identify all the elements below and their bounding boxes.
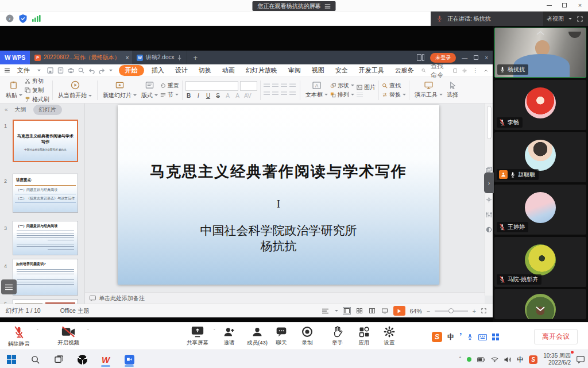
viewing-banner[interactable]: 您正在观看杨抗抗的屏幕 (253, 1, 336, 11)
bullets-button[interactable] (264, 83, 270, 87)
preview-icon[interactable] (78, 67, 84, 74)
note-icon[interactable] (453, 67, 457, 74)
play-slideshow-button[interactable] (393, 306, 405, 316)
sliders-tool-icon[interactable] (486, 212, 492, 218)
notification-center-icon[interactable] (577, 356, 585, 363)
split-view-icon[interactable] (417, 54, 424, 61)
participant-tile-speaker[interactable]: 杨抗抗 (494, 28, 586, 78)
participant-tile[interactable]: 赵聪聪 (494, 132, 586, 182)
menu-cloud[interactable]: 云服务 (392, 66, 417, 75)
font-size-combo[interactable] (240, 81, 257, 91)
pin-icon[interactable] (177, 55, 182, 60)
chevron-up-icon[interactable] (536, 30, 545, 35)
shape-button[interactable]: 形状 (330, 82, 354, 90)
ime-mic-icon[interactable] (467, 333, 473, 341)
sogou-icon[interactable]: S (432, 332, 442, 342)
taskbar-meeting-app[interactable] (123, 352, 135, 367)
new-slide-button[interactable]: 新建幻灯片 (100, 81, 139, 99)
italic-button[interactable]: I (195, 93, 202, 99)
align-left-button[interactable] (264, 91, 270, 95)
maximize-button[interactable] (561, 2, 568, 9)
share-screen-button[interactable]: 共享屏幕 (187, 326, 208, 347)
ime-grid-icon[interactable] (492, 334, 499, 340)
tray-ime-lang[interactable]: 中 (517, 355, 523, 364)
tab-close-icon[interactable]: × (126, 55, 129, 61)
print-icon[interactable] (68, 67, 74, 74)
tab-slides[interactable]: 幻灯片 (33, 105, 62, 115)
wps-maximize-button[interactable] (474, 55, 478, 60)
bold-button[interactable]: B (185, 93, 192, 99)
find-command-label[interactable]: 查找命令 (431, 62, 448, 79)
hamburger-icon[interactable] (5, 68, 10, 73)
menu-review[interactable]: 审阅 (285, 66, 304, 75)
normal-view-button[interactable] (343, 307, 351, 315)
menu-animation[interactable]: 动画 (219, 66, 238, 75)
undo-icon[interactable] (88, 67, 95, 74)
wps-tab-document[interactable]: W 讲稿2.docx (132, 51, 187, 64)
zoom-slider-knob[interactable] (448, 308, 454, 313)
underline-button[interactable]: U (205, 93, 211, 99)
section-button[interactable]: 节 (160, 91, 179, 99)
floating-tool-button[interactable] (1, 279, 17, 294)
wps-minimize-button[interactable]: — (462, 55, 467, 61)
slide-canvas[interactable]: 马克思主义经典著作阅读与学术写作 I 中国社会科学院政治学研究所 杨抗抗 (118, 105, 439, 285)
taskbar-clock[interactable]: 10:35 周四 2022/6/2 (543, 352, 571, 366)
picture-button[interactable]: 图片 (357, 83, 376, 91)
minimize-button[interactable] (546, 2, 552, 9)
security-shield-icon[interactable] (19, 14, 27, 23)
wifi-icon[interactable] (491, 356, 498, 362)
save-icon[interactable] (47, 67, 53, 74)
tray-expand-chevron[interactable]: ˆ (459, 356, 461, 363)
sorter-view-button[interactable] (355, 307, 363, 315)
paste-button[interactable]: 粘贴 (3, 81, 25, 99)
layout-button[interactable]: 版式 (139, 81, 160, 99)
fit-screen-icon[interactable] (481, 308, 487, 314)
tab-outline[interactable]: 大纲 (15, 106, 26, 114)
participant-tile-partial[interactable] (494, 289, 586, 319)
zoom-plus-button[interactable]: + (473, 308, 476, 315)
indent-decrease-button[interactable] (281, 83, 287, 87)
battery-icon[interactable] (477, 357, 485, 362)
close-button[interactable]: × (577, 2, 583, 9)
zoom-minus-button[interactable]: − (427, 308, 430, 315)
zoom-slider[interactable] (435, 310, 468, 312)
search-icon[interactable] (421, 67, 425, 74)
present-tools-button[interactable]: 演示工具 (412, 82, 445, 99)
slide-title[interactable]: 马克思主义经典著作阅读与学术写作 (118, 162, 439, 182)
menu-design[interactable]: 设计 (172, 66, 191, 75)
thumbnail-slide-1[interactable]: 马克思主义经典著作阅读与学术写作 中国社会科学院政治学研究所 杨抗抗 (13, 120, 78, 162)
notes-toggle-icon[interactable] (322, 308, 330, 314)
wps-tab-presentation[interactable]: P 20220602...写作（最终版本） × (30, 51, 132, 64)
members-button[interactable]: 成员(43) (247, 326, 268, 347)
ime-punct-icon[interactable]: ’ (459, 332, 462, 342)
tray-sogou-icon[interactable]: S (529, 355, 537, 364)
raise-hand-button[interactable]: 举手 (332, 326, 343, 347)
participant-tile[interactable]: 李畅 (494, 80, 586, 130)
record-button[interactable]: 录制 (301, 326, 313, 347)
reset-button[interactable]: 重置 (160, 82, 179, 90)
font-name-combo[interactable] (185, 81, 238, 91)
settings-button[interactable]: 设置 (384, 326, 395, 347)
taskbar-wps-app[interactable]: W (100, 352, 111, 367)
panel-collapse-icon[interactable]: « (5, 106, 8, 113)
menu-slideshow[interactable]: 幻灯片放映 (242, 66, 281, 75)
play-from-current-button[interactable]: 从当前开始 (56, 80, 94, 99)
align-right-button[interactable] (281, 91, 287, 95)
format-painter-button[interactable]: 格式刷 (25, 95, 49, 103)
volume-icon[interactable] (504, 356, 511, 363)
font-color-button[interactable]: A (225, 93, 231, 99)
quickbar-caret-icon[interactable] (109, 70, 113, 71)
thumbnail-slide-2[interactable]: 讲座要点: （一）问题意识与经典阅读 （二）《德意志意识形态》与论文写作 (13, 174, 78, 213)
strike-button[interactable]: S (215, 93, 221, 99)
cut-button[interactable]: 剪切 (25, 77, 49, 85)
ime-keyboard-icon[interactable] (478, 334, 487, 340)
menu-security[interactable]: 安全 (332, 66, 351, 75)
menu-view[interactable]: 视图 (308, 66, 328, 75)
redo-icon[interactable] (99, 67, 105, 74)
zoom-level[interactable]: 64% (410, 308, 422, 315)
notes-toggle-caret-icon[interactable] (335, 310, 338, 312)
leave-meeting-button[interactable]: 离开会议 (534, 329, 578, 344)
apps-button[interactable]: 应用 (358, 326, 370, 347)
line-spacing-button[interactable] (289, 91, 296, 95)
highlight-button[interactable]: A (234, 93, 241, 99)
